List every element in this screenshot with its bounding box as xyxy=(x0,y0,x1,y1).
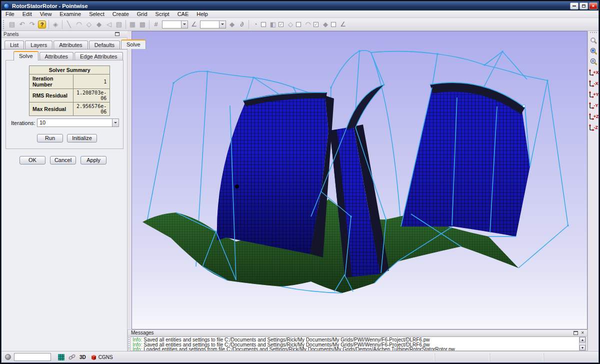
show-connectors-icon[interactable]: ◠ xyxy=(304,20,312,29)
status-light-icon xyxy=(5,354,11,360)
show-blocks-checkbox[interactable]: ✓ xyxy=(278,22,284,27)
menu-help[interactable]: Help xyxy=(192,10,212,18)
view-minus-y-button[interactable]: -Y xyxy=(588,100,599,110)
show-connectors-checkbox[interactable]: ✓ xyxy=(314,22,318,27)
view-toolbar-drag-handle[interactable] xyxy=(590,32,597,34)
zoom-extents-icon[interactable] xyxy=(589,46,598,56)
viewport-3d[interactable] xyxy=(132,31,588,330)
undo-icon[interactable]: ↶ xyxy=(18,20,26,29)
rms-residual-label: RMS Residual xyxy=(30,89,74,102)
solve-groupbox: Solver Summary Iteration Number 1 RMS Re… xyxy=(6,60,124,149)
close-messages-icon[interactable]: × xyxy=(581,330,584,336)
ok-button[interactable]: OK xyxy=(20,156,46,164)
scroll-up-icon[interactable]: ▲ xyxy=(580,337,586,342)
connector-tool-icon[interactable]: ╲ xyxy=(64,20,74,29)
menu-edit[interactable]: Edit xyxy=(18,10,36,18)
tab-defaults[interactable]: Defaults xyxy=(89,40,120,49)
messages-scrollbar[interactable]: ▲ ▼ xyxy=(579,336,586,351)
table-row: RMS Residual 1.208703e-06 xyxy=(30,89,110,102)
solver-summary-title: Solver Summary xyxy=(30,66,110,74)
show-database-checkbox[interactable] xyxy=(261,22,266,27)
cae-solver-label: CGNS xyxy=(98,354,113,360)
tab-attributes[interactable]: Attributes xyxy=(54,40,88,49)
menu-select[interactable]: Select xyxy=(85,10,108,18)
messages-log[interactable]: Info: Saved all entities and settings to… xyxy=(130,336,580,351)
float-panel-icon[interactable] xyxy=(115,32,120,36)
layers-icon[interactable]: ◈ xyxy=(51,20,60,29)
menu-view[interactable]: View xyxy=(36,10,56,18)
zoom-icon[interactable] xyxy=(589,36,598,46)
selected-point[interactable] xyxy=(235,184,239,188)
rms-residual-value: 1.208703e-06 xyxy=(74,89,110,102)
help-icon[interactable]: ? xyxy=(38,20,46,28)
cancel-button[interactable]: Cancel xyxy=(50,156,76,164)
menu-cae[interactable]: CAE xyxy=(174,10,193,18)
menu-file[interactable]: File xyxy=(2,10,18,18)
view-plus-x-button[interactable]: +X xyxy=(588,68,599,78)
menu-grid[interactable]: Grid xyxy=(133,10,152,18)
toolbar-drag-handle[interactable] xyxy=(3,20,6,29)
show-database-icon[interactable]: ◔ xyxy=(251,20,260,29)
shaded-domain-tool-icon[interactable]: ◆ xyxy=(94,20,104,29)
menu-create[interactable]: Create xyxy=(108,10,133,18)
view-minus-z-button[interactable]: -Z xyxy=(588,122,599,132)
dimension-icon[interactable]: # xyxy=(152,20,160,29)
combo-arrow-icon[interactable] xyxy=(219,21,226,28)
subtab-edge-attributes[interactable]: Edge Attributes xyxy=(74,52,123,60)
minimize-button[interactable] xyxy=(570,2,578,10)
view-minus-x-button[interactable]: -X xyxy=(588,78,599,88)
status-input[interactable] xyxy=(14,353,51,361)
table-row: Iteration Number 1 xyxy=(30,74,110,89)
angle-icon[interactable]: ∠ xyxy=(190,20,198,29)
database-tool-icon[interactable]: ▤ xyxy=(114,20,124,29)
view-plus-y-button[interactable]: +Y xyxy=(588,90,599,100)
menu-script[interactable]: Script xyxy=(152,10,174,18)
tab-list[interactable]: List xyxy=(4,40,24,49)
scroll-down-icon[interactable]: ▼ xyxy=(580,345,586,350)
run-button[interactable]: Run xyxy=(37,134,63,142)
show-shaded-checkbox[interactable] xyxy=(331,22,336,27)
show-domains-checkbox[interactable] xyxy=(296,22,301,27)
zoom-equal-icon[interactable] xyxy=(589,57,598,66)
show-domains-icon[interactable]: ◇ xyxy=(286,20,295,29)
show-shaded-icon[interactable]: ◆ xyxy=(321,20,330,29)
status-segment xyxy=(490,353,544,362)
tab-solve[interactable]: Solve xyxy=(121,40,146,49)
panels-header[interactable]: Panels xyxy=(2,31,128,38)
show-blocks-icon[interactable]: ◧ xyxy=(268,20,278,29)
close-button[interactable]: × xyxy=(589,2,598,10)
redo-icon[interactable]: ↷ xyxy=(28,20,36,29)
float-messages-icon[interactable] xyxy=(574,331,578,335)
view-plus-z-button[interactable]: +Z xyxy=(588,112,599,122)
show-angle-icon[interactable]: ∠ xyxy=(338,20,348,29)
viewport-3d-scene[interactable] xyxy=(132,32,587,329)
domain-tool-icon[interactable]: ◇ xyxy=(84,20,94,29)
title-bar[interactable]: RotorStatorRotor - Pointwise × xyxy=(2,2,599,10)
control-point-white[interactable] xyxy=(523,105,526,108)
subtab-attributes[interactable]: Attributes xyxy=(40,52,74,60)
subtab-solve[interactable]: Solve xyxy=(14,51,38,60)
dimension-combo[interactable] xyxy=(162,20,188,28)
iterations-input[interactable]: 10 xyxy=(37,118,119,127)
tab-layers[interactable]: Layers xyxy=(25,40,52,49)
apply-button[interactable]: Apply xyxy=(80,156,106,164)
curve-tool-icon[interactable]: ◠ xyxy=(74,20,84,29)
restore-button[interactable] xyxy=(580,2,588,10)
iterations-value: 10 xyxy=(40,120,46,126)
combo-arrow-icon[interactable] xyxy=(181,21,188,28)
project-icon[interactable]: ◆ xyxy=(228,20,236,29)
structured-grid-icon[interactable]: ▦ xyxy=(128,20,137,29)
unstructured-grid-icon[interactable]: ▩ xyxy=(138,20,147,29)
menu-examine[interactable]: Examine xyxy=(56,10,85,18)
messages-header[interactable]: Messages × xyxy=(128,330,587,336)
angle-combo[interactable] xyxy=(200,20,226,28)
table-row: Max Residual 2.956576e-06 xyxy=(30,102,110,116)
menu-bar: File Edit View Examine Select Create Gri… xyxy=(2,10,599,18)
messages-title: Messages xyxy=(131,330,154,336)
list-item: Info: Loaded entities and settings from … xyxy=(132,347,578,351)
spinner-arrow-icon[interactable] xyxy=(112,119,118,126)
save-icon[interactable]: ▤ xyxy=(8,20,16,29)
partial-derivative-icon[interactable]: ∂ xyxy=(238,20,246,29)
initialize-button[interactable]: Initialize xyxy=(67,134,97,142)
block-tool-icon[interactable]: ◁ xyxy=(104,20,114,29)
